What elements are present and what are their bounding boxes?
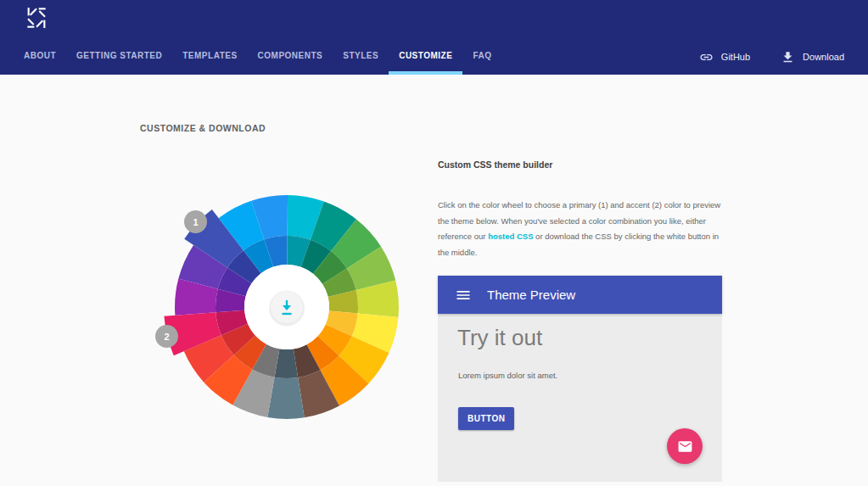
download-link[interactable]: Download: [781, 50, 844, 64]
mdl-logo-icon: [23, 4, 50, 31]
email-fab-button[interactable]: [667, 428, 703, 464]
nav-item-templates[interactable]: TEMPLATES: [172, 41, 247, 75]
builder-description: Click on the color wheel to choose a pri…: [438, 198, 722, 260]
page-title: CUSTOMIZE & DOWNLOAD: [140, 123, 266, 133]
preview-button[interactable]: BUTTON: [458, 407, 514, 430]
download-icon: [781, 50, 795, 64]
primary-color-marker[interactable]: 1: [184, 210, 207, 233]
email-icon: [677, 439, 693, 455]
builder-title: Custom CSS theme builder: [438, 159, 552, 170]
app-header: ABOUT GETTING STARTED TEMPLATES COMPONEN…: [0, 0, 868, 75]
hosted-css-link[interactable]: hosted CSS: [488, 232, 533, 241]
theme-preview-card: Theme Preview Try it out Lorem ipsum dol…: [438, 276, 722, 482]
preview-heading: Try it out: [457, 325, 542, 351]
link-icon: [699, 50, 714, 64]
download-label: Download: [803, 52, 844, 62]
main-content: CUSTOMIZE & DOWNLOAD 1 2 Custom CSS them…: [0, 75, 868, 486]
primary-marker-label: 1: [193, 217, 198, 227]
preview-body: Try it out Lorem ipsum dolor sit amet. B…: [438, 314, 722, 482]
nav-item-faq[interactable]: FAQ: [462, 41, 501, 75]
preview-text: Lorem ipsum dolor sit amet.: [458, 371, 557, 380]
nav-item-getting-started[interactable]: GETTING STARTED: [66, 41, 172, 75]
github-label: GitHub: [721, 52, 750, 62]
main-nav: ABOUT GETTING STARTED TEMPLATES COMPONEN…: [14, 41, 501, 75]
color-wheel: 1 2: [160, 180, 414, 434]
nav-item-customize[interactable]: CUSTOMIZE: [389, 41, 462, 75]
github-link[interactable]: GitHub: [699, 50, 750, 64]
nav-item-styles[interactable]: STYLES: [333, 41, 389, 75]
menu-icon[interactable]: [455, 287, 472, 304]
preview-title: Theme Preview: [487, 288, 575, 302]
accent-marker-label: 2: [164, 332, 169, 342]
header-actions: GitHub Download: [699, 41, 844, 73]
preview-app-bar: Theme Preview: [438, 276, 722, 314]
nav-item-components[interactable]: COMPONENTS: [248, 41, 333, 75]
accent-color-marker[interactable]: 2: [155, 325, 178, 348]
nav-item-about[interactable]: ABOUT: [14, 41, 66, 75]
